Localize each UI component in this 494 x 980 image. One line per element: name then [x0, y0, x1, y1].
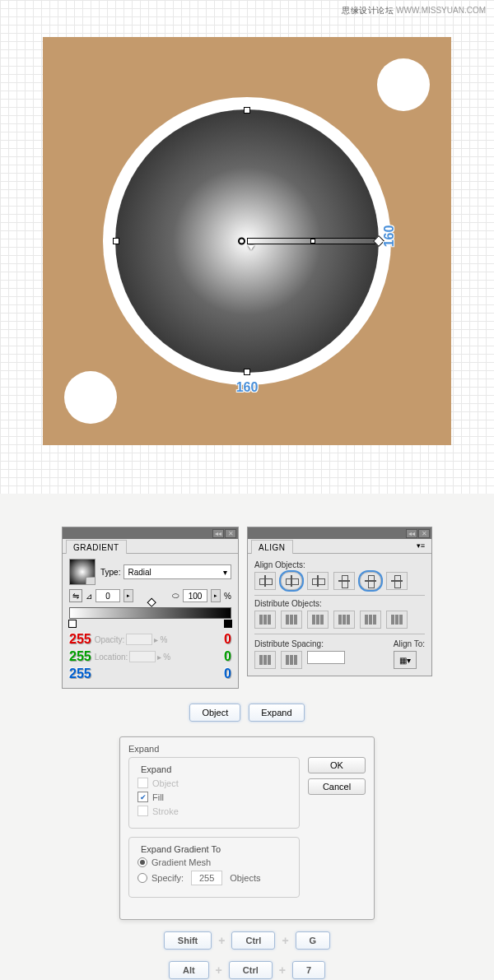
- gradient-tab[interactable]: GRADIENT: [66, 540, 127, 554]
- key-shift: Shift: [164, 931, 212, 950]
- angle-stepper[interactable]: ▸: [124, 589, 133, 602]
- angle-input[interactable]: 0: [96, 589, 120, 602]
- align-bottom-icon[interactable]: [386, 572, 408, 590]
- watermark-top-url: WWW.MISSYUAN.COM: [396, 6, 486, 15]
- chevron-down-icon: ▾: [223, 568, 227, 577]
- dimension-height: 160: [383, 225, 398, 247]
- key-7: 7: [292, 961, 325, 979]
- gradient-swatch-preview[interactable]: [69, 559, 96, 585]
- key-alt: Alt: [169, 961, 209, 979]
- aspect-input[interactable]: 100: [183, 589, 207, 602]
- panel-close-icon[interactable]: ✕: [418, 529, 430, 538]
- distribute-bottom-icon[interactable]: [307, 611, 329, 629]
- type-label: Type:: [100, 568, 120, 577]
- gradient-midpoint-handle[interactable]: [310, 239, 315, 244]
- specify-input[interactable]: 255: [191, 871, 222, 885]
- specify-label: Specify:: [151, 873, 184, 883]
- ok-button[interactable]: OK: [308, 757, 366, 773]
- small-circle-top-right[interactable]: [377, 58, 430, 111]
- panel-collapse-icon[interactable]: ◂◂: [406, 529, 417, 538]
- distribute-objects-label: Distribute Objects:: [254, 599, 425, 608]
- distribute-hcenter-icon[interactable]: [360, 611, 381, 629]
- specify-suffix: Objects: [230, 873, 260, 883]
- expand-button[interactable]: Expand: [249, 704, 304, 722]
- distribute-left-icon[interactable]: [333, 611, 355, 629]
- align-top-icon[interactable]: [333, 572, 355, 590]
- distribute-spacing-v-icon[interactable]: [254, 651, 276, 669]
- distribute-top-icon[interactable]: [254, 611, 276, 629]
- shortcut-row-1: Shift + Ctrl + G: [16, 931, 478, 950]
- anchor-left[interactable]: [113, 238, 119, 244]
- align-horizontal-center-icon[interactable]: [281, 572, 302, 590]
- location-input[interactable]: [129, 651, 156, 662]
- angle-symbol: ⊿: [86, 592, 92, 601]
- plus-icon: +: [282, 934, 288, 947]
- align-objects-label: Align Objects:: [254, 560, 425, 569]
- watermark-top-cn: 思缘设计论坛: [342, 6, 394, 15]
- percent-label: %: [224, 592, 231, 601]
- align-tab[interactable]: ALIGN: [251, 540, 293, 554]
- watermark-top: 思缘设计论坛 WWW.MISSYUAN.COM: [342, 5, 486, 16]
- gradient-mesh-label: Gradient Mesh: [151, 857, 211, 867]
- gradient-mesh-radio[interactable]: [137, 857, 147, 867]
- panel-menu-icon[interactable]: ▾≡: [413, 539, 428, 553]
- align-to-label: Align To:: [394, 639, 425, 648]
- align-right-icon[interactable]: [307, 572, 329, 590]
- rgb-right-b: 0: [213, 666, 231, 681]
- panel-header: ◂◂ ✕: [63, 527, 238, 539]
- plus-icon: +: [216, 964, 222, 977]
- action-buttons-row: Object Expand: [16, 704, 478, 722]
- radial-gradient-circle[interactable]: 160 160: [115, 109, 379, 373]
- panels-area: ◂◂ ✕ GRADIENT Type: Radial ▾: [0, 494, 494, 980]
- gradient-ramp[interactable]: [69, 607, 231, 619]
- gradient-stop-left[interactable]: [68, 620, 77, 628]
- fill-checkbox-label: Fill: [152, 792, 164, 802]
- spacing-input[interactable]: [307, 651, 345, 664]
- rgb-right-r: 0: [213, 632, 231, 647]
- key-g: G: [296, 931, 331, 950]
- gradient-type-value: Radial: [128, 568, 151, 577]
- object-button[interactable]: Object: [189, 704, 240, 722]
- align-left-icon[interactable]: [254, 572, 276, 590]
- expand-dialog: Expand Expand Object ✔ Fill Stroke: [119, 736, 375, 920]
- shortcut-row-2: Alt + Ctrl + 7: [16, 961, 478, 979]
- gradient-type-select[interactable]: Radial ▾: [124, 564, 231, 579]
- artboard-square[interactable]: 160 160: [43, 37, 451, 445]
- object-checkbox: [137, 778, 148, 788]
- rgb-left-r: 255: [69, 632, 91, 647]
- small-circle-bottom-left[interactable]: [64, 371, 117, 424]
- rgb-right-g: 0: [213, 649, 231, 664]
- anchor-top[interactable]: [244, 107, 250, 114]
- panel-close-icon[interactable]: ✕: [225, 529, 236, 538]
- aspect-icon: ⬭: [172, 591, 179, 601]
- specify-radio[interactable]: [137, 873, 147, 883]
- expand-fieldset: Expand Object ✔ Fill Stroke: [128, 757, 300, 829]
- gradient-stop-arrow[interactable]: [248, 245, 254, 250]
- distribute-spacing-h-icon[interactable]: [281, 651, 302, 669]
- panel-collapse-icon[interactable]: ◂◂: [212, 529, 224, 538]
- align-vertical-center-icon[interactable]: [360, 572, 381, 590]
- key-ctrl: Ctrl: [229, 961, 273, 979]
- anchor-bottom[interactable]: [244, 369, 250, 375]
- distribute-right-icon[interactable]: [386, 611, 408, 629]
- rgb-left-g: 255: [69, 649, 91, 664]
- expand-group-label: Expand: [137, 764, 175, 774]
- expand-gradient-fieldset: Expand Gradient To Gradient Mesh Specify…: [128, 837, 300, 898]
- stroke-checkbox-label: Stroke: [152, 806, 179, 816]
- align-to-select[interactable]: ▦▾: [394, 651, 417, 669]
- gradient-annotator[interactable]: [247, 238, 379, 244]
- cancel-button[interactable]: Cancel: [308, 778, 366, 795]
- reverse-gradient-icon[interactable]: ⇋: [69, 589, 82, 602]
- gradient-origin-handle[interactable]: [238, 238, 245, 245]
- distribute-vcenter-icon[interactable]: [281, 611, 302, 629]
- plus-icon: +: [218, 934, 225, 947]
- gradient-stop-right[interactable]: [224, 620, 232, 628]
- dimension-width: 160: [236, 380, 259, 395]
- opacity-input[interactable]: [126, 634, 152, 645]
- expand-gradient-group-label: Expand Gradient To: [137, 844, 224, 854]
- stroke-checkbox: [137, 806, 148, 816]
- aspect-stepper[interactable]: ▸: [211, 589, 221, 602]
- fill-checkbox[interactable]: ✔: [137, 792, 148, 802]
- rgb-left-b: 255: [69, 666, 91, 681]
- plus-icon: +: [279, 964, 286, 977]
